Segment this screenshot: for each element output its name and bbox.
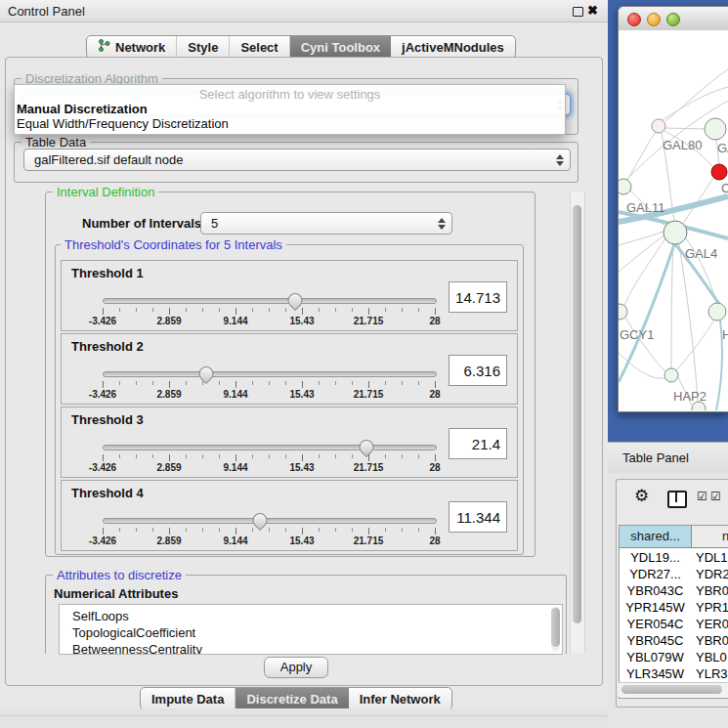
tick-label: -3.426 bbox=[89, 316, 116, 326]
tab-infer-network[interactable]: Infer Network bbox=[349, 688, 451, 709]
column-header-shared-name[interactable]: shared... bbox=[620, 526, 692, 548]
bottom-strip bbox=[0, 708, 608, 728]
table-cell[interactable]: YDR2 bbox=[696, 567, 728, 581]
control-panel-titlebar: Control Panel ✖ bbox=[0, 0, 608, 22]
threshold-4-value-field[interactable]: 11.344 bbox=[449, 501, 507, 533]
node-right[interactable] bbox=[708, 303, 726, 321]
table-cell[interactable]: YDL1 bbox=[696, 550, 728, 565]
threshold-2-slider[interactable] bbox=[103, 371, 437, 377]
table-cell[interactable]: YLR345W bbox=[620, 666, 691, 681]
divider bbox=[0, 715, 608, 716]
popup-option-equal-width-frequency[interactable]: Equal Width/Frequency Discretization bbox=[17, 116, 229, 131]
table-cell[interactable]: YER0 bbox=[696, 617, 728, 631]
float-window-icon[interactable] bbox=[573, 7, 583, 17]
tick-label: 15.43 bbox=[289, 535, 314, 546]
combo-stepper-icon bbox=[556, 154, 563, 166]
node-red-selected[interactable] bbox=[711, 164, 727, 180]
threshold-4-slider[interactable] bbox=[103, 518, 437, 524]
list-item[interactable]: SelfLoops bbox=[72, 609, 129, 623]
list-scrollbar-thumb[interactable] bbox=[551, 608, 560, 647]
threshold-3-slider[interactable] bbox=[103, 445, 437, 450]
tab-style-label: Style bbox=[188, 40, 218, 55]
tick-label: 21.715 bbox=[354, 316, 384, 326]
columns-icon[interactable] bbox=[667, 491, 687, 508]
slider-ticks bbox=[103, 308, 435, 315]
node-gal4[interactable] bbox=[664, 221, 687, 244]
tick-label: 28 bbox=[429, 389, 440, 400]
table-cell[interactable]: YBR043C bbox=[620, 583, 691, 598]
list-item[interactable]: TopologicalCoefficient bbox=[72, 625, 195, 640]
table-cell[interactable]: YPR145W bbox=[620, 600, 691, 615]
threshold-2-value-field[interactable]: 6.316 bbox=[449, 355, 507, 386]
column-header-name[interactable]: na bbox=[692, 526, 728, 548]
list-scrollbar[interactable] bbox=[551, 607, 560, 652]
tab-impute-data[interactable]: Impute Data bbox=[141, 688, 236, 709]
table-horizontal-scrollbar[interactable] bbox=[619, 682, 728, 697]
table-data-title: Table Data bbox=[21, 135, 90, 150]
table-cell[interactable]: YBR045C bbox=[620, 633, 691, 648]
network-canvas[interactable]: GAL80 GA C GAL11 GAL4 GCY1 H HAP2 bbox=[619, 30, 728, 410]
close-traffic-light-icon[interactable] bbox=[627, 13, 641, 26]
table-cell[interactable]: YPR1 bbox=[696, 600, 728, 615]
node-gal11[interactable] bbox=[619, 179, 631, 194]
table-cell[interactable]: YBL079W bbox=[620, 650, 691, 664]
checkbox-icon[interactable]: ☑ bbox=[697, 490, 707, 503]
close-icon[interactable]: ✖ bbox=[587, 3, 598, 18]
checkbox-icon[interactable]: ☑ bbox=[710, 490, 721, 503]
number-of-intervals-combobox[interactable]: 5 bbox=[200, 212, 452, 235]
threshold-3-value-field[interactable]: 21.4 bbox=[449, 428, 507, 459]
table-cell[interactable]: YBR0 bbox=[696, 583, 728, 598]
network-graph: GAL80 GA C GAL11 GAL4 GCY1 H HAP2 bbox=[619, 30, 728, 410]
tab-jactivemnodules[interactable]: jActiveMNodules bbox=[391, 36, 515, 58]
tick-label: -3.426 bbox=[89, 535, 116, 546]
network-window-titlebar[interactable] bbox=[619, 7, 728, 31]
tick-label: 21.715 bbox=[354, 535, 384, 546]
threshold-1-slider[interactable] bbox=[103, 298, 437, 304]
numerical-attributes-label: Numerical Attributes bbox=[54, 586, 178, 601]
tab-cyni-toolbox-label: Cyni Toolbox bbox=[301, 40, 380, 55]
table-cell[interactable]: YDR27... bbox=[620, 567, 691, 581]
zoom-traffic-light-icon[interactable] bbox=[666, 13, 680, 26]
table-data-combobox[interactable]: galFiltered.sif default node bbox=[23, 149, 571, 171]
table-horizontal-scrollbar-thumb[interactable] bbox=[621, 685, 722, 694]
table-cell[interactable]: YLR3 bbox=[696, 666, 728, 681]
panel-scrollbar-thumb[interactable] bbox=[573, 205, 581, 623]
panel-scrollbar[interactable] bbox=[570, 192, 585, 653]
popup-option-manual-discretization[interactable]: Manual Discretization bbox=[17, 102, 148, 116]
minimize-traffic-light-icon[interactable] bbox=[647, 13, 661, 26]
threshold-1-value-field[interactable]: 14.713 bbox=[449, 281, 507, 313]
node-gcy1[interactable] bbox=[619, 304, 627, 320]
tick-label: 28 bbox=[429, 462, 440, 473]
node-hap2[interactable] bbox=[664, 368, 678, 382]
node-label: C bbox=[721, 181, 728, 195]
tab-select[interactable]: Select bbox=[230, 36, 289, 58]
node-top-right[interactable] bbox=[705, 118, 726, 140]
tick-label: 9.144 bbox=[223, 316, 247, 326]
tab-discretize-data[interactable]: Discretize Data bbox=[236, 688, 348, 709]
tick-label: 2.859 bbox=[156, 316, 181, 326]
tab-cyni-toolbox[interactable]: Cyni Toolbox bbox=[290, 36, 391, 58]
threshold-3-label: Threshold 3 bbox=[71, 412, 144, 427]
tick-label: 15.43 bbox=[289, 316, 314, 326]
tab-network[interactable]: Network bbox=[87, 36, 177, 58]
tab-style[interactable]: Style bbox=[177, 36, 230, 58]
table-cell[interactable]: YBL0 bbox=[696, 650, 728, 664]
thresholds-group-title: Threshold's Coordinates for 5 Intervals bbox=[61, 237, 286, 252]
combo-stepper-icon bbox=[438, 218, 445, 230]
table-cell[interactable]: YER054C bbox=[620, 617, 691, 631]
list-item[interactable]: BetweennessCentrality bbox=[72, 642, 202, 655]
gear-icon[interactable]: ⚙ bbox=[634, 488, 649, 504]
tick-label: 21.715 bbox=[354, 462, 384, 473]
tab-discretize-data-label: Discretize Data bbox=[246, 692, 337, 707]
table-cell[interactable]: YDL19... bbox=[620, 550, 691, 565]
threshold-3-panel: Threshold 3 -3.426 2.859 9.144 15.43 21.… bbox=[61, 407, 518, 478]
node-label: GAL4 bbox=[685, 246, 717, 261]
tick-label: 9.144 bbox=[223, 462, 247, 473]
panel-title: Control Panel bbox=[8, 4, 85, 19]
threshold-1-label: Threshold 1 bbox=[71, 266, 144, 280]
table-cell[interactable]: YBR0 bbox=[696, 633, 728, 648]
apply-button[interactable]: Apply bbox=[264, 657, 328, 678]
tick-label: 28 bbox=[429, 535, 440, 546]
interval-definition-title: Interval Definition bbox=[53, 185, 158, 199]
node-gal80[interactable] bbox=[652, 119, 665, 133]
